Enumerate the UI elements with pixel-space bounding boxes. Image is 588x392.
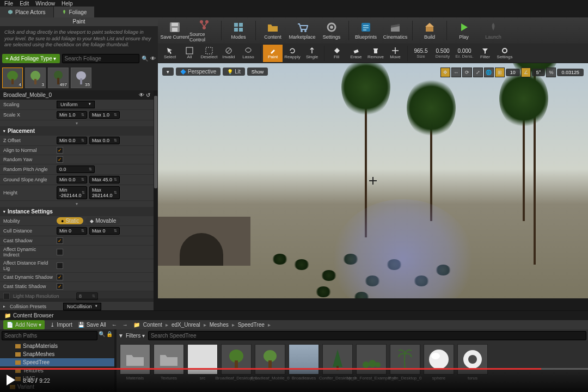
paint-density-value[interactable]: 0.500Density (432, 48, 454, 59)
panel-scrollbar[interactable] (154, 90, 158, 312)
lightmap-override-checkbox[interactable] (3, 293, 10, 299)
scaling-dropdown[interactable]: Uniform (57, 101, 95, 108)
transform-select-button[interactable]: ✥ (440, 68, 450, 77)
slope-max-input[interactable]: Max 45.0 (89, 176, 120, 183)
play-button[interactable]: Play (449, 19, 479, 42)
seek-bar[interactable] (0, 368, 588, 370)
filter-button[interactable]: Filter (475, 45, 495, 62)
erase-button[interactable]: Erase (346, 45, 366, 62)
tool-settings-button[interactable]: Settings (495, 45, 514, 62)
cinematics-button[interactable]: Cinematics (381, 19, 410, 42)
foliage-thumb[interactable]: 4 (2, 68, 23, 88)
brush-size-value[interactable]: 965.5Size (410, 48, 432, 59)
search-icon[interactable]: 🔍 (99, 331, 105, 340)
history-back-button[interactable]: ← (112, 322, 117, 328)
grid-snap-button[interactable]: ⊞ (495, 68, 505, 77)
content-button[interactable]: Content (258, 19, 287, 42)
save-current-button[interactable]: Save Current (160, 19, 189, 42)
instance-settings-section[interactable]: Instance Settings (0, 207, 154, 216)
statshadow-checkbox[interactable] (57, 283, 63, 290)
save-all-button[interactable]: 💾Save All (78, 322, 106, 328)
foliage-thumb[interactable]: 497 (48, 68, 69, 88)
expand-arrow-icon[interactable]: ▾ (0, 201, 154, 207)
import-button[interactable]: ⤓Import (50, 322, 72, 328)
erase-density-value[interactable]: 0.000Er. Dens. (454, 48, 475, 59)
reapply-button[interactable]: Reapply (283, 45, 302, 62)
eye-icon[interactable]: 👁 ↺ (139, 92, 150, 98)
height-min-input[interactable]: Min -262144.0 (57, 186, 87, 199)
menu-window[interactable]: Window (35, 1, 55, 7)
breadcrumb-item[interactable]: edX_Unreal (171, 322, 200, 328)
align-checkbox[interactable] (57, 147, 63, 154)
foliage-thumb[interactable]: 35 (71, 68, 91, 88)
remove-button[interactable]: Remove (366, 45, 385, 62)
scalex-max-input[interactable]: Max 1.0 (89, 111, 120, 119)
pitch-input[interactable]: 0.0 (57, 166, 95, 173)
build-button[interactable]: Build (415, 19, 444, 42)
height-max-input[interactable]: Max 262144.0 (89, 186, 120, 199)
viewport-3d[interactable]: ▾ 🔷 Perspective 💡 Lit Show ✥ ↔ ⟳ ⤢ 🌐 ⊞ 1… (158, 63, 588, 298)
menu-edit[interactable]: Edit (20, 1, 29, 7)
play-icon[interactable] (7, 375, 15, 385)
show-button[interactable]: Show (247, 68, 268, 76)
content-browser-tab[interactable]: 📁Content Browser (0, 311, 588, 320)
scalex-min-input[interactable]: Min 1.0 (57, 111, 87, 119)
blueprints-button[interactable]: Blueprints (351, 19, 381, 42)
expand-arrow-icon[interactable]: ▾ (0, 120, 154, 126)
modes-button[interactable]: Modes (224, 19, 253, 42)
lasso-button[interactable]: Lasso (238, 45, 258, 62)
collision-dropdown[interactable]: NoCollision (63, 303, 101, 310)
marketplace-button[interactable]: Marketplace (287, 19, 317, 42)
grid-snap-value[interactable]: 10 (506, 69, 520, 76)
tab-place-actors[interactable]: Place Actors (0, 7, 53, 17)
fill-button[interactable]: Fill (327, 45, 346, 62)
move-button[interactable]: Move (385, 45, 405, 62)
select-tool-button[interactable]: Select (160, 45, 180, 62)
cull-min-input[interactable]: Min 0 (57, 227, 87, 235)
cull-max-input[interactable]: Max 0 (89, 227, 120, 235)
dynind-checkbox[interactable] (57, 249, 63, 255)
tree-item[interactable]: SnapMeshes (0, 350, 114, 358)
placement-section[interactable]: Placement (0, 126, 154, 136)
lit-button[interactable]: 💡 Lit (223, 68, 245, 76)
settings-button[interactable]: Settings (317, 19, 346, 42)
angle-snap-value[interactable]: 5° (532, 69, 546, 76)
foliage-thumb[interactable]: 3 (25, 68, 46, 88)
deselect-button[interactable]: Deselect (199, 45, 219, 62)
select-all-button[interactable]: All (180, 45, 199, 62)
mobility-movable-button[interactable]: ◆ Movable (85, 217, 120, 224)
filters-button[interactable]: ▼ Filters ▾ (118, 333, 145, 339)
add-foliage-type-button[interactable]: + Add Foliage Type ▾ (2, 54, 60, 63)
menu-help[interactable]: Help (62, 1, 73, 7)
slope-min-input[interactable]: Min 0.0 (57, 176, 87, 183)
transform-translate-button[interactable]: ↔ (451, 68, 461, 77)
launch-button[interactable]: Launch (479, 19, 508, 42)
scale-snap-button[interactable]: % (546, 68, 556, 77)
search-paths-input[interactable] (2, 331, 97, 340)
scale-snap-value[interactable]: 0.03125 (557, 69, 584, 76)
breadcrumb-item[interactable]: SpeedTree (238, 322, 265, 328)
angle-snap-button[interactable]: ∠ (521, 68, 531, 77)
single-button[interactable]: Single (302, 45, 322, 62)
transform-scale-button[interactable]: ⤢ (473, 68, 483, 77)
tree-item[interactable]: SpeedTree (0, 358, 114, 366)
breadcrumb-item[interactable]: Meshes (210, 322, 229, 328)
select-invalid-button[interactable]: Invalid (219, 45, 238, 62)
zoffset-min-input[interactable]: Min 0.0 (57, 137, 87, 144)
tree-item[interactable]: SnapMaterials (0, 342, 114, 350)
history-forward-button[interactable]: → (122, 322, 128, 328)
paint-tool-button[interactable]: Paint (263, 45, 283, 62)
lightmap-input[interactable]: 8 (76, 292, 98, 300)
search-assets-input[interactable] (148, 331, 586, 340)
distfield-checkbox[interactable] (57, 262, 63, 269)
viewport-menu-button[interactable]: ▾ (162, 68, 174, 76)
view-options-icon[interactable]: 👁 (150, 56, 156, 62)
search-icon[interactable]: 🔍 (142, 56, 148, 62)
tab-foliage[interactable]: Foliage (54, 7, 95, 17)
search-foliage-input[interactable] (62, 54, 140, 63)
lock-icon[interactable]: 🔒 (106, 331, 113, 340)
breadcrumb-item[interactable]: Content (143, 322, 162, 328)
menu-file[interactable]: File (4, 1, 13, 7)
zoffset-max-input[interactable]: Max 0.0 (89, 137, 120, 144)
perspective-button[interactable]: 🔷 Perspective (176, 68, 220, 76)
